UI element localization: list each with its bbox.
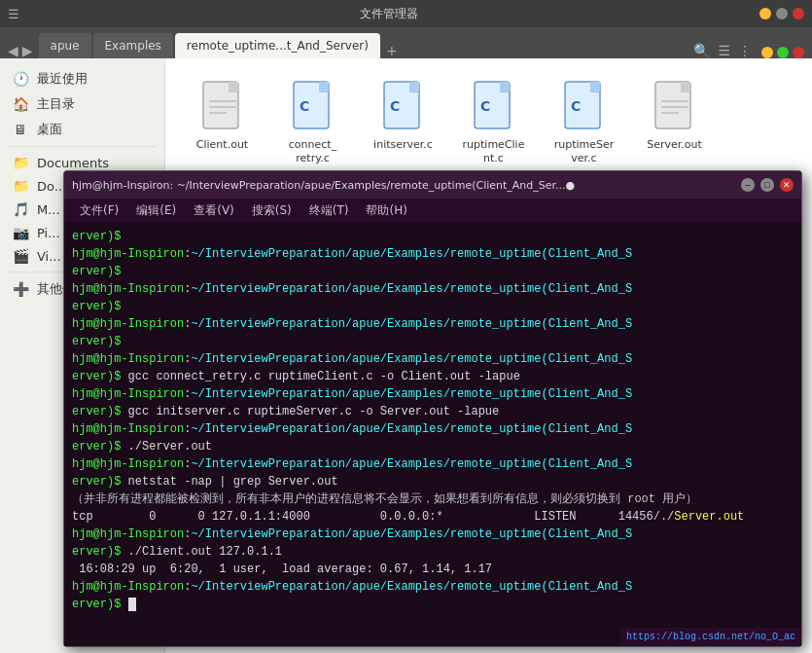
term-menu-help[interactable]: 帮助(H) bbox=[358, 199, 414, 222]
file-initserver-icon: C bbox=[380, 80, 427, 134]
term-menu-file[interactable]: 文件(F) bbox=[72, 199, 126, 222]
svg-rect-18 bbox=[681, 82, 690, 91]
svg-text:C: C bbox=[571, 98, 581, 114]
file-ruptime-client[interactable]: C ruptimeClie nt.c bbox=[452, 74, 535, 172]
fm-titlebar: ☰ 文件管理器 bbox=[0, 0, 812, 27]
term-line-11: erver)$ gcc initserver.c ruptimeServer.c… bbox=[72, 403, 794, 420]
fm-nav-arrows[interactable]: ◀ ▶ bbox=[8, 43, 33, 58]
term-line-21: hjm@hjm-Inspiron:~/InterviewPreparation/… bbox=[72, 578, 794, 596]
sidebar-item-recent[interactable]: 🕐 最近使用 bbox=[0, 66, 164, 91]
file-ruptime-client-label: ruptimeClie nt.c bbox=[456, 138, 531, 166]
home-icon: 🏠 bbox=[12, 96, 29, 112]
sidebar-divider-1 bbox=[8, 146, 157, 147]
fm-win-max[interactable] bbox=[777, 47, 789, 58]
desktop-icon: 🖥 bbox=[12, 122, 29, 137]
term-line-3: erver)$ bbox=[72, 263, 794, 280]
documents-icon: 📁 bbox=[12, 155, 29, 170]
tab-remote-uptime[interactable]: remote_uptime...t_And_Server) bbox=[175, 33, 380, 58]
term-menubar: 文件(F) 编辑(E) 查看(V) 搜索(S) 终端(T) 帮助(H) bbox=[64, 199, 801, 222]
term-menu-edit[interactable]: 编辑(E) bbox=[128, 199, 184, 222]
file-server-out-icon bbox=[652, 80, 698, 134]
svg-rect-1 bbox=[229, 82, 238, 91]
tab-back-icon[interactable]: ◀ bbox=[8, 43, 18, 58]
term-line-6: hjm@hjm-Inspiron:~/InterviewPreparation/… bbox=[72, 315, 794, 333]
term-titlebar: hjm@hjm-Inspiron: ~/InterviewPreparation… bbox=[64, 171, 801, 199]
tab-apue[interactable]: apue bbox=[39, 33, 91, 58]
term-btn-close[interactable]: ✕ bbox=[780, 178, 794, 192]
videos-icon: 🎬 bbox=[12, 248, 29, 264]
file-ruptime-server-icon: C bbox=[561, 80, 608, 134]
file-client-out-icon bbox=[199, 80, 246, 134]
pictures-icon: 📷 bbox=[12, 225, 29, 240]
term-line-20: 16:08:29 up 6:20, 1 user, load average: … bbox=[72, 561, 794, 578]
file-ruptime-client-icon: C bbox=[471, 80, 517, 134]
term-line-22: erver)$ bbox=[72, 596, 794, 613]
term-line-7: erver)$ bbox=[72, 333, 794, 350]
m-icon: 🎵 bbox=[12, 201, 29, 217]
svg-rect-12 bbox=[500, 82, 510, 91]
term-line-13: erver)$ ./Server.out bbox=[72, 438, 794, 455]
term-line-19: erver)$ ./Client.out 127.0.1.1 bbox=[72, 543, 794, 561]
svg-rect-6 bbox=[319, 82, 329, 91]
recent-icon: 🕐 bbox=[12, 71, 29, 87]
term-line-17: tcp 0 0 127.0.1.1:4000 0.0.0.0:* LISTEN … bbox=[72, 508, 794, 526]
term-title: hjm@hjm-Inspiron: ~/InterviewPreparation… bbox=[72, 179, 735, 192]
file-client-out-label: Client.out bbox=[196, 138, 248, 152]
svg-rect-15 bbox=[590, 82, 600, 91]
do-icon: 📁 bbox=[12, 178, 29, 194]
sidebar-item-home[interactable]: 🏠 主目录 bbox=[0, 91, 164, 117]
fm-overflow-icon[interactable]: ⋮ bbox=[738, 43, 752, 58]
term-line-2: hjm@hjm-Inspiron:~/InterviewPreparation/… bbox=[72, 245, 794, 263]
other-icon: ➕ bbox=[12, 281, 29, 297]
term-bottom-link: https://blog.csdn.net/no_O_ac bbox=[620, 628, 801, 646]
term-line-9: erver)$ gcc connect_retry.c ruptimeClien… bbox=[72, 368, 794, 385]
fm-title: 文件管理器 bbox=[25, 6, 754, 22]
term-menu-terminal[interactable]: 终端(T) bbox=[301, 199, 357, 222]
term-line-4: hjm@hjm-Inspiron:~/InterviewPreparation/… bbox=[72, 280, 794, 298]
term-line-1: erver)$ bbox=[72, 228, 794, 245]
svg-rect-9 bbox=[409, 82, 419, 91]
term-menu-view[interactable]: 查看(V) bbox=[186, 199, 242, 222]
fm-btn-close[interactable] bbox=[793, 8, 804, 19]
terminal-window: hjm@hjm-Inspiron: ~/InterviewPreparation… bbox=[63, 170, 802, 647]
fm-list-view-icon[interactable]: ☰ bbox=[718, 43, 730, 58]
fm-menu-icon: ☰ bbox=[8, 7, 19, 21]
file-server-out[interactable]: Server.out bbox=[633, 74, 716, 172]
term-menu-search[interactable]: 搜索(S) bbox=[244, 199, 300, 222]
term-line-14: hjm@hjm-Inspiron:~/InterviewPreparation/… bbox=[72, 455, 794, 473]
sidebar-item-desktop[interactable]: 🖥 桌面 bbox=[0, 117, 164, 142]
file-server-out-label: Server.out bbox=[647, 138, 702, 152]
fm-win-min[interactable] bbox=[761, 47, 773, 58]
term-line-16: （并非所有进程都能被检测到，所有非本用户的进程信息将不会显示，如果想看到所有信息… bbox=[72, 490, 794, 508]
term-line-10: hjm@hjm-Inspiron:~/InterviewPreparation/… bbox=[72, 385, 794, 403]
file-ruptime-server-label: ruptimeSer ver.c bbox=[547, 138, 621, 166]
tab-add-icon[interactable]: + bbox=[386, 43, 398, 58]
svg-text:C: C bbox=[300, 98, 309, 114]
tab-forward-icon[interactable]: ▶ bbox=[22, 43, 33, 58]
term-line-18: hjm@hjm-Inspiron:~/InterviewPreparation/… bbox=[72, 526, 794, 543]
term-line-8: hjm@hjm-Inspiron:~/InterviewPreparation/… bbox=[72, 350, 794, 368]
file-initserver[interactable]: C initserver.c bbox=[362, 74, 444, 172]
svg-text:C: C bbox=[390, 98, 400, 114]
term-line-12: hjm@hjm-Inspiron:~/InterviewPreparation/… bbox=[72, 420, 794, 438]
svg-text:C: C bbox=[480, 98, 490, 114]
file-ruptime-server[interactable]: C ruptimeSer ver.c bbox=[543, 74, 625, 172]
file-client-out[interactable]: Client.out bbox=[181, 74, 264, 172]
term-line-5: erver)$ bbox=[72, 298, 794, 315]
term-btn-maximize[interactable]: □ bbox=[760, 178, 774, 192]
fm-btn-max[interactable] bbox=[776, 8, 788, 19]
term-btn-minimize[interactable]: – bbox=[741, 178, 755, 192]
file-connect-retry-label: connect_ retry.c bbox=[275, 138, 350, 166]
file-connect-retry[interactable]: C connect_ retry.c bbox=[271, 74, 354, 172]
term-cursor bbox=[128, 598, 136, 611]
tab-examples[interactable]: Examples bbox=[93, 33, 173, 58]
fm-tabs: ◀ ▶ apue Examples remote_uptime...t_And_… bbox=[0, 27, 812, 58]
term-body[interactable]: erver)$ hjm@hjm-Inspiron:~/InterviewPrep… bbox=[64, 222, 801, 646]
fm-win-close[interactable] bbox=[793, 47, 804, 58]
file-initserver-label: initserver.c bbox=[373, 138, 433, 152]
fm-search-icon[interactable]: 🔍 bbox=[693, 43, 710, 58]
file-connect-retry-icon: C bbox=[290, 80, 336, 134]
term-line-15: erver)$ netstat -nap | grep Server.out bbox=[72, 473, 794, 490]
fm-btn-min[interactable] bbox=[759, 8, 771, 19]
